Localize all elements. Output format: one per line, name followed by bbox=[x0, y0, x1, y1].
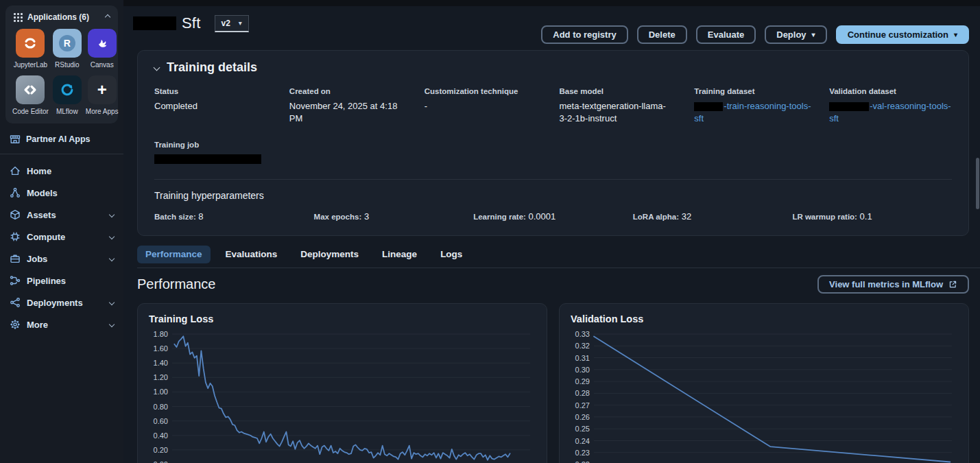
app-rstudio[interactable]: R RStudio bbox=[53, 29, 82, 69]
hyperparam-lora-alpha: LoRA alpha: 32 bbox=[633, 211, 793, 222]
sidebar-item-models[interactable]: Models bbox=[0, 182, 123, 204]
app-window: Applications (6) JupyterLab R RStudio bbox=[0, 0, 980, 463]
field-status: Status Completed bbox=[154, 87, 277, 124]
assets-icon bbox=[10, 209, 21, 220]
tab-evaluations[interactable]: Evaluations bbox=[217, 246, 286, 263]
view-metrics-label: View full metrics in MLflow bbox=[829, 279, 943, 289]
continue-customization-button[interactable]: Continue customization ▾ bbox=[836, 25, 969, 44]
sidebar-item-pipelines[interactable]: Pipelines bbox=[0, 270, 123, 292]
svg-text:0.23: 0.23 bbox=[575, 449, 590, 457]
deployments-icon bbox=[10, 297, 21, 308]
jupyterlab-icon bbox=[16, 29, 45, 58]
hyperparam-max-epochs: Max epochs: 3 bbox=[314, 211, 474, 222]
sidebar-item-home[interactable]: Home bbox=[0, 160, 123, 182]
expand-chevron-icon bbox=[154, 64, 160, 71]
home-icon bbox=[10, 165, 21, 176]
hyperparameters-grid: Batch size: 8 Max epochs: 3 Learning rat… bbox=[154, 211, 952, 222]
collapse-chevron-icon[interactable] bbox=[105, 14, 110, 20]
svg-text:1.40: 1.40 bbox=[154, 359, 168, 367]
chevron-down-icon: ▾ bbox=[954, 31, 957, 38]
version-select[interactable]: v2 ▾ bbox=[215, 15, 249, 32]
app-label: MLflow bbox=[56, 108, 78, 115]
chevron-down-icon bbox=[109, 300, 115, 305]
sidebar-item-more[interactable]: More bbox=[0, 313, 123, 335]
tab-lineage[interactable]: Lineage bbox=[374, 246, 425, 263]
app-code-editor[interactable]: Code Editor bbox=[12, 75, 49, 115]
svg-text:0.24: 0.24 bbox=[575, 437, 590, 445]
code-editor-icon bbox=[16, 75, 45, 104]
sidebar-item-deployments[interactable]: Deployments bbox=[0, 292, 123, 313]
main-content: Sft v2 ▾ Add to registry Delete Evaluate… bbox=[123, 0, 980, 463]
tab-deployments[interactable]: Deployments bbox=[292, 246, 367, 263]
evaluate-button[interactable]: Evaluate bbox=[696, 25, 756, 44]
training-loss-title: Training Loss bbox=[149, 313, 537, 324]
svg-text:0.26: 0.26 bbox=[575, 413, 590, 421]
chevron-down-icon: ▾ bbox=[239, 19, 242, 27]
rstudio-icon: R bbox=[53, 29, 82, 58]
applications-header[interactable]: Applications (6) bbox=[12, 11, 111, 26]
performance-header-row: Performance View full metrics in MLflow bbox=[137, 275, 969, 294]
field-customization-technique: Customization technique - bbox=[425, 87, 547, 124]
field-validation-dataset: Validation dataset -val-reasoning-tools-… bbox=[829, 87, 952, 124]
models-icon bbox=[10, 187, 21, 198]
applications-panel: Applications (6) JupyterLab R RStudio bbox=[5, 5, 118, 123]
delete-button[interactable]: Delete bbox=[637, 25, 687, 44]
hyperparam-learning-rate: Learning rate: 0.0001 bbox=[473, 211, 633, 222]
add-to-registry-button[interactable]: Add to registry bbox=[541, 25, 628, 44]
storefront-icon bbox=[10, 134, 21, 145]
hyperparam-lr-warmup-ratio: LR warmup ratio: 0.1 bbox=[792, 211, 952, 222]
training-details-header[interactable]: Training details bbox=[154, 60, 952, 75]
deploy-button[interactable]: Deploy ▾ bbox=[765, 25, 826, 44]
redacted-model-name bbox=[133, 16, 176, 30]
app-more-apps[interactable]: + More Apps bbox=[86, 75, 119, 115]
svg-text:0.33: 0.33 bbox=[575, 330, 590, 338]
status-value: Completed bbox=[154, 100, 277, 112]
field-created-on: Created on November 24, 2025 at 4:18 PM bbox=[289, 87, 412, 124]
svg-text:0.29: 0.29 bbox=[575, 377, 590, 385]
validation-loss-chart: 0.220.230.240.250.260.270.280.290.300.31… bbox=[569, 327, 959, 463]
training-loss-chart: 0.000.200.400.600.801.001.201.401.601.80… bbox=[147, 327, 537, 463]
sidebar: Applications (6) JupyterLab R RStudio bbox=[0, 0, 123, 463]
chevron-down-icon bbox=[109, 256, 115, 261]
redacted-dataset-prefix bbox=[694, 102, 723, 111]
sidebar-item-partner-ai-apps[interactable]: Partner AI Apps bbox=[10, 134, 115, 145]
svg-text:0.80: 0.80 bbox=[154, 403, 168, 411]
sidebar-item-jobs[interactable]: Jobs bbox=[0, 248, 123, 270]
hyperparam-batch-size: Batch size: 8 bbox=[154, 211, 314, 222]
details-fields: Status Completed Created on November 24,… bbox=[154, 87, 952, 124]
chevron-down-icon bbox=[109, 212, 115, 217]
app-canvas[interactable]: Canvas bbox=[86, 29, 119, 69]
svg-text:1.20: 1.20 bbox=[154, 373, 168, 381]
more-apps-icon: + bbox=[88, 75, 117, 104]
applications-grid: JupyterLab R RStudio Canvas Code Edi bbox=[12, 29, 111, 115]
apps-grid-icon bbox=[14, 13, 23, 22]
jobs-icon bbox=[10, 253, 21, 264]
field-training-dataset: Training dataset -train-reasoning-tools-… bbox=[694, 87, 817, 124]
svg-text:0.31: 0.31 bbox=[575, 354, 590, 362]
svg-text:0.28: 0.28 bbox=[575, 389, 590, 397]
redacted-dataset-prefix bbox=[829, 102, 869, 111]
app-jupyterlab[interactable]: JupyterLab bbox=[12, 29, 49, 69]
svg-text:1.60: 1.60 bbox=[154, 344, 168, 353]
external-link-icon bbox=[948, 280, 957, 289]
sidebar-nav: Home Models Assets Compute Jobs bbox=[0, 160, 123, 335]
svg-text:0.22: 0.22 bbox=[575, 460, 590, 463]
chevron-down-icon bbox=[109, 322, 115, 327]
app-label: Canvas bbox=[91, 61, 114, 69]
app-mlflow[interactable]: MLflow bbox=[53, 75, 82, 115]
tab-performance[interactable]: Performance bbox=[137, 246, 211, 263]
tabs-bar: Performance Evaluations Deployments Line… bbox=[137, 246, 980, 268]
deploy-label: Deploy bbox=[776, 29, 806, 40]
svg-text:0.00: 0.00 bbox=[154, 460, 168, 463]
view-full-metrics-button[interactable]: View full metrics in MLflow bbox=[817, 275, 969, 294]
app-label: Code Editor bbox=[12, 108, 49, 115]
sidebar-item-compute[interactable]: Compute bbox=[0, 226, 123, 248]
sidebar-item-assets[interactable]: Assets bbox=[0, 204, 123, 226]
training-details-title: Training details bbox=[167, 60, 257, 75]
scrollbar-thumb[interactable] bbox=[976, 158, 979, 209]
sidebar-divider bbox=[0, 154, 123, 154]
tab-logs[interactable]: Logs bbox=[432, 246, 470, 263]
mlflow-icon bbox=[53, 75, 82, 104]
training-loss-card: Training Loss 0.000.200.400.600.801.001.… bbox=[137, 303, 547, 463]
field-base-model: Base model meta-textgeneration-llama-3-2… bbox=[559, 87, 682, 124]
